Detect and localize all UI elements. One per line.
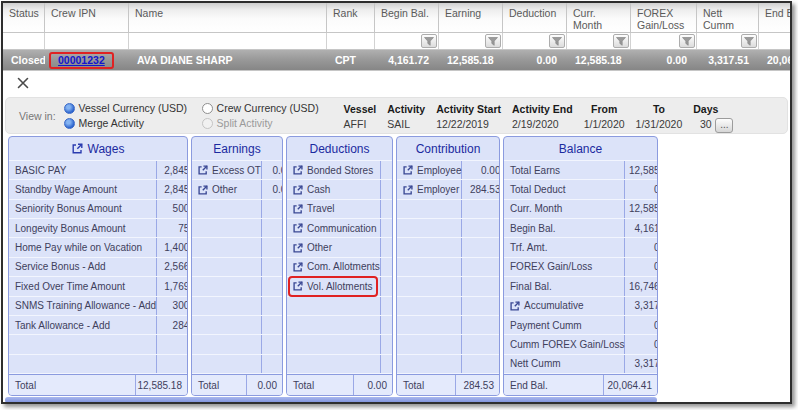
external-link-icon[interactable] (293, 204, 303, 214)
row-value (261, 316, 283, 334)
row-value (261, 355, 283, 373)
grid-filter-cell[interactable] (759, 33, 790, 49)
grid-header-cell[interactable]: Name (129, 3, 327, 32)
row-value: 16,746.90 (624, 277, 658, 295)
row-value (261, 297, 283, 315)
begin-bal-cell: 4,161.72 (375, 54, 439, 66)
filter-funnel-icon[interactable] (679, 34, 695, 48)
grid-filter-cell[interactable] (697, 33, 759, 49)
row-label: Excess OT (212, 165, 261, 176)
panel-row (9, 355, 188, 374)
panel-row (192, 355, 283, 374)
external-link-icon[interactable] (293, 281, 303, 291)
grid-filter-cell[interactable] (327, 33, 375, 49)
panel-row: FOREX Gain/Loss 0.00 (504, 258, 658, 277)
row-label: Final Bal. (510, 281, 552, 292)
filter-funnel-icon[interactable] (485, 34, 501, 48)
total-value: 12,585.18 (135, 375, 187, 395)
row-value: 3,317.51 (624, 355, 658, 373)
panel-row (397, 258, 500, 277)
panels-scrollbar[interactable] (5, 397, 657, 403)
grid-filter-cell[interactable] (45, 33, 129, 49)
info-field-label: Days (693, 103, 718, 115)
grid-header-cell[interactable]: FOREX Gain/Loss (631, 3, 697, 32)
row-label: Longevity Bonus Amount (15, 223, 126, 234)
panel-row: Accumulative 3,317.51 (504, 297, 658, 316)
radio-label: Merge Activity (79, 117, 144, 129)
external-link-icon[interactable] (293, 243, 303, 253)
grid-filter-cell[interactable] (129, 33, 327, 49)
external-link-icon[interactable] (403, 165, 413, 175)
row-value (380, 335, 393, 353)
grid-header-cell[interactable]: Earning (439, 3, 503, 32)
panel-row: Payment Cumm 0.00 (504, 316, 658, 335)
external-link-icon[interactable] (293, 262, 303, 272)
grid-filter-cell[interactable] (631, 33, 697, 49)
radio-option[interactable]: Split Activity (202, 117, 330, 129)
grid-filter-cell[interactable] (375, 33, 439, 49)
filter-funnel-icon[interactable] (549, 34, 565, 48)
radio-option[interactable]: Merge Activity (64, 117, 202, 129)
info-field-value: 30 (700, 118, 712, 130)
grid-header-cell[interactable]: Nett Cumm (697, 3, 759, 32)
external-link-icon[interactable] (293, 185, 303, 195)
grid-header-cell[interactable]: Crew IPN (45, 3, 129, 32)
row-label: Total Deduct (510, 184, 566, 195)
grid-header-cell[interactable]: Deduction (503, 3, 567, 32)
radio-button-icon[interactable] (64, 118, 75, 129)
row-value: 0.00 (261, 161, 283, 179)
row-value: 0.00 (261, 180, 283, 198)
crew-data-row[interactable]: Closed 00001232 AVA DIANE SHARP CPT 4,16… (3, 50, 790, 70)
panel-row (192, 238, 283, 257)
radio-button-icon[interactable] (202, 103, 213, 114)
panel-row: Bonded Stores 0.00 (287, 161, 393, 180)
external-link-icon[interactable] (293, 223, 303, 233)
filter-funnel-icon[interactable] (741, 34, 757, 48)
more-options-button[interactable]: ... (715, 118, 733, 133)
info-field: Activity End 2/19/2020 (512, 103, 573, 130)
grid-header-label: Rank (333, 7, 358, 19)
radio-option[interactable]: Vessel Currency (USD) (64, 102, 202, 114)
filter-funnel-icon[interactable] (421, 34, 437, 48)
grid-header-cell[interactable]: Rank (327, 3, 375, 32)
external-link-icon[interactable] (198, 165, 208, 175)
radio-button-icon[interactable] (202, 118, 213, 129)
filter-funnel-icon[interactable] (613, 34, 629, 48)
external-link-icon[interactable] (510, 301, 520, 311)
deductions-total-row: Total 0.00 (287, 374, 392, 395)
row-value: 0.00 (624, 180, 658, 198)
row-value: 0.00 (380, 238, 393, 256)
panel-row (192, 219, 283, 238)
panel-row (287, 335, 393, 354)
row-label: Employer (417, 184, 459, 195)
row-label: Fixed Over Time Amount (15, 281, 125, 292)
radio-button-icon[interactable] (64, 103, 75, 114)
grid-header-cell[interactable]: Begin Bal. (375, 3, 439, 32)
total-label: End Bal. (504, 375, 603, 395)
row-value: 1,769.01 (156, 277, 188, 295)
external-link-icon[interactable] (293, 165, 303, 175)
panel-row (287, 297, 393, 316)
grid-header-cell[interactable]: Status (3, 3, 45, 32)
panel-row (397, 200, 500, 219)
external-link-icon[interactable] (198, 185, 208, 195)
row-value (461, 238, 500, 256)
grid-filter-cell[interactable] (567, 33, 631, 49)
grid-header-cell[interactable]: End Bal. (759, 3, 790, 32)
wages-panel-header: Wages (9, 137, 187, 160)
external-link-icon[interactable] (403, 185, 413, 195)
grid-filter-cell[interactable] (3, 33, 45, 49)
grid-filter-cell[interactable] (503, 33, 567, 49)
row-value: 284.53 (461, 180, 500, 198)
grid-filter-cell[interactable] (439, 33, 503, 49)
panel-row: Employee 0.00 (397, 161, 500, 180)
crew-ipn-link[interactable]: 00001232 (58, 54, 105, 66)
grid-header-cell[interactable]: Curr. Month (567, 3, 631, 32)
radio-option[interactable]: Crew Currency (USD) (202, 102, 330, 114)
panel-row (397, 316, 500, 335)
external-link-icon[interactable] (72, 143, 83, 154)
row-label: Service Bonus - Add (15, 261, 106, 272)
row-value: 0.00 (380, 258, 393, 276)
row-label: Trf. Amt. (510, 242, 547, 253)
close-icon[interactable] (16, 76, 32, 92)
